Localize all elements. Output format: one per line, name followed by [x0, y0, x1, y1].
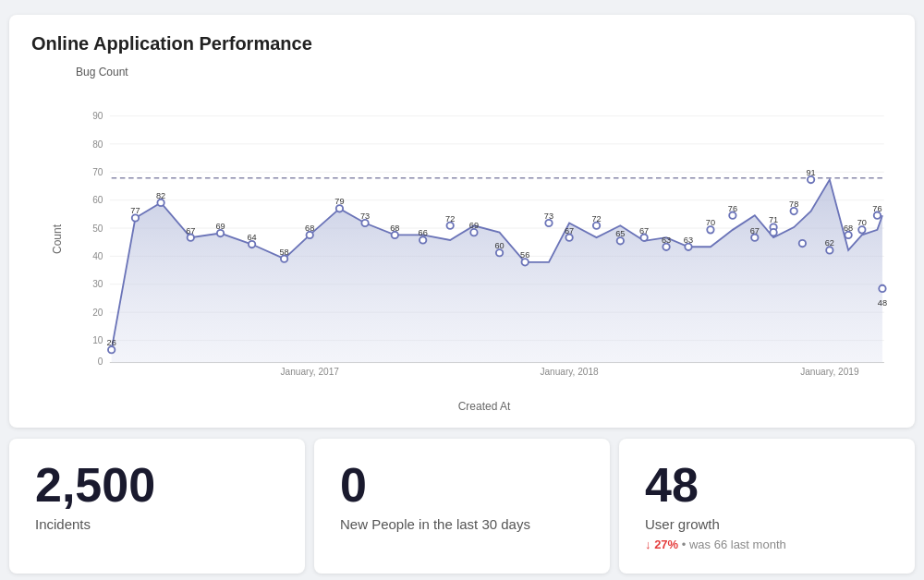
svg-point-49	[470, 229, 477, 236]
chart-card: Online Application Performance Bug Count…	[9, 15, 915, 428]
svg-text:76: 76	[872, 204, 881, 213]
svg-point-31	[217, 230, 224, 236]
svg-text:26: 26	[107, 338, 116, 347]
svg-text:65: 65	[615, 229, 625, 238]
svg-text:79: 79	[334, 197, 344, 206]
svg-text:30: 30	[92, 279, 103, 289]
svg-point-53	[522, 259, 529, 265]
svg-point-47	[446, 223, 453, 229]
svg-text:10: 10	[92, 335, 103, 345]
bug-count-label: Bug Count	[76, 66, 893, 79]
svg-text:63: 63	[662, 236, 671, 245]
svg-text:73: 73	[544, 211, 553, 221]
user-growth-label: User growth	[645, 516, 889, 532]
svg-text:64: 64	[247, 233, 256, 242]
svg-text:67: 67	[639, 226, 649, 236]
svg-point-51	[496, 249, 503, 256]
svg-point-37	[307, 232, 313, 238]
stat-new-people: 0 New People in the last 30 days	[314, 439, 610, 574]
svg-point-55	[545, 220, 552, 226]
svg-text:January, 2017: January, 2017	[281, 367, 340, 377]
svg-text:20: 20	[92, 308, 103, 318]
svg-point-90	[799, 240, 806, 247]
svg-text:72: 72	[591, 214, 601, 224]
chart-title: Online Application Performance	[31, 33, 893, 54]
down-percent: 27%	[654, 538, 678, 551]
stat-incidents: 2,500 Incidents	[9, 439, 305, 574]
svg-point-65	[663, 244, 669, 250]
svg-text:68: 68	[305, 224, 314, 233]
svg-text:69: 69	[215, 222, 225, 231]
svg-text:40: 40	[92, 251, 103, 261]
svg-point-91	[879, 285, 885, 292]
svg-point-73	[751, 234, 758, 240]
svg-point-69	[707, 226, 713, 233]
svg-point-25	[132, 214, 139, 221]
svg-marker-22	[112, 180, 882, 363]
svg-text:48: 48	[878, 298, 887, 308]
svg-text:80: 80	[92, 139, 103, 150]
svg-point-67	[685, 244, 691, 250]
svg-text:68: 68	[844, 224, 853, 233]
svg-text:71: 71	[769, 216, 778, 225]
new-people-number: 0	[340, 461, 584, 509]
down-arrow-icon: ↓	[645, 538, 654, 551]
svg-point-35	[281, 255, 287, 261]
svg-text:68: 68	[390, 224, 399, 233]
stats-row: 2,500 Incidents 0 New People in the last…	[9, 439, 915, 574]
svg-text:63: 63	[684, 236, 693, 245]
svg-point-83	[845, 232, 851, 238]
svg-point-23	[108, 346, 115, 353]
svg-point-45	[419, 236, 426, 243]
svg-text:70: 70	[857, 218, 867, 227]
svg-point-39	[336, 205, 343, 211]
svg-point-63	[640, 234, 647, 240]
svg-text:67: 67	[565, 226, 574, 236]
svg-text:77: 77	[130, 206, 140, 215]
svg-point-43	[392, 232, 398, 238]
svg-point-79	[808, 176, 814, 183]
svg-text:78: 78	[789, 199, 798, 209]
incidents-label: Incidents	[35, 516, 279, 532]
svg-text:66: 66	[419, 228, 428, 237]
svg-text:0: 0	[98, 356, 103, 367]
svg-point-27	[157, 199, 164, 206]
svg-point-71	[729, 212, 736, 219]
svg-text:69: 69	[469, 221, 479, 230]
svg-point-89	[770, 229, 776, 236]
svg-point-81	[826, 247, 833, 253]
svg-text:62: 62	[825, 238, 834, 248]
chart-svg: 90 80 70 60 50 40 30 20 10 0	[76, 82, 893, 396]
svg-point-87	[874, 212, 881, 219]
x-axis-label: Created At	[76, 400, 893, 413]
svg-point-29	[188, 234, 194, 240]
svg-text:82: 82	[156, 191, 165, 200]
svg-text:50: 50	[92, 224, 103, 234]
svg-point-41	[361, 220, 368, 226]
svg-text:91: 91	[806, 168, 815, 177]
svg-text:67: 67	[750, 226, 760, 236]
svg-text:90: 90	[92, 111, 103, 121]
svg-text:56: 56	[520, 250, 529, 260]
user-growth-sub: ↓ 27% • was 66 last month	[645, 538, 889, 551]
svg-text:73: 73	[360, 211, 370, 221]
y-axis-label: Count	[51, 224, 64, 254]
svg-text:60: 60	[494, 241, 504, 250]
svg-text:January, 2018: January, 2018	[540, 367, 599, 377]
down-note: •	[682, 538, 689, 551]
svg-point-61	[617, 237, 624, 244]
down-note-text: was 66 last month	[689, 538, 786, 551]
svg-point-77	[791, 208, 797, 214]
svg-point-33	[249, 241, 255, 248]
svg-point-59	[593, 223, 600, 229]
svg-text:60: 60	[92, 195, 103, 205]
svg-point-85	[858, 226, 865, 233]
new-people-label: New People in the last 30 days	[340, 516, 584, 532]
svg-point-57	[565, 234, 572, 240]
svg-text:January, 2019: January, 2019	[800, 367, 859, 377]
svg-text:58: 58	[279, 248, 288, 257]
svg-text:76: 76	[728, 204, 737, 213]
incidents-number: 2,500	[35, 461, 279, 509]
user-growth-number: 48	[645, 461, 889, 509]
svg-text:67: 67	[186, 226, 195, 236]
